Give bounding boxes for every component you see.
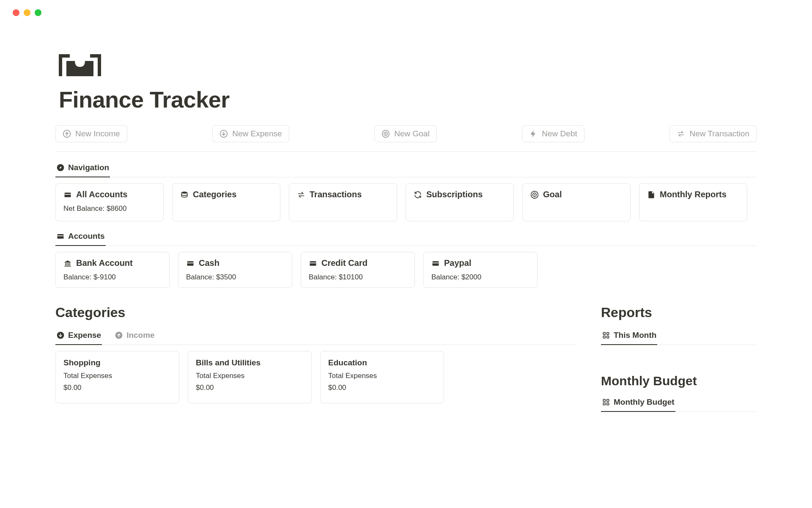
svg-rect-21 bbox=[68, 263, 69, 265]
svg-rect-25 bbox=[187, 262, 194, 263]
tab-expense[interactable]: Expense bbox=[55, 327, 102, 345]
card-icon bbox=[56, 232, 65, 240]
tab-label: Income bbox=[126, 331, 155, 340]
bolt-icon bbox=[529, 130, 538, 138]
new-transaction-button[interactable]: New Transaction bbox=[669, 125, 757, 142]
tab-accounts[interactable]: Accounts bbox=[55, 228, 106, 246]
category-card-education[interactable]: Education Total Expenses $0.00 bbox=[320, 351, 444, 403]
card-subtitle: Net Balance: $8600 bbox=[63, 204, 156, 213]
category-card-bills[interactable]: Bills and Utilities Total Expenses $0.00 bbox=[188, 351, 312, 403]
card-label: Categories bbox=[193, 190, 236, 199]
card-label: Credit Card bbox=[321, 258, 368, 268]
svg-rect-12 bbox=[65, 194, 71, 195]
card-icon bbox=[186, 259, 195, 268]
svg-rect-28 bbox=[433, 261, 439, 266]
card-label: Transactions bbox=[310, 190, 362, 199]
nav-card-transactions[interactable]: Transactions bbox=[289, 183, 397, 221]
svg-rect-22 bbox=[69, 263, 70, 265]
account-card-paypal[interactable]: Paypal Balance: $2000 bbox=[423, 252, 538, 288]
card-value: $0.00 bbox=[328, 384, 436, 392]
grid-icon bbox=[602, 398, 610, 406]
account-card-bank[interactable]: Bank Account Balance: $-9100 bbox=[55, 252, 170, 288]
svg-rect-33 bbox=[607, 332, 609, 334]
nav-card-goal[interactable]: Goal bbox=[522, 183, 631, 221]
new-income-button[interactable]: New Income bbox=[55, 125, 127, 142]
svg-rect-19 bbox=[65, 263, 66, 265]
minimize-window-icon[interactable] bbox=[24, 9, 30, 16]
nav-card-all-accounts[interactable]: All Accounts Net Balance: $8600 bbox=[55, 183, 164, 221]
target-icon bbox=[381, 130, 390, 138]
svg-rect-38 bbox=[603, 403, 605, 405]
swap-icon bbox=[677, 130, 685, 138]
navigation-cards: All Accounts Net Balance: $8600 Categori… bbox=[55, 183, 757, 221]
tab-income[interactable]: Income bbox=[114, 327, 156, 345]
reports-tabs: This Month bbox=[601, 327, 757, 345]
document-icon bbox=[647, 190, 656, 199]
card-subtitle: Balance: $10100 bbox=[309, 273, 407, 282]
new-expense-button[interactable]: New Expense bbox=[212, 125, 289, 142]
svg-rect-27 bbox=[310, 262, 316, 263]
tab-label: Accounts bbox=[68, 232, 105, 241]
tab-label: Navigation bbox=[68, 163, 109, 172]
swap-icon bbox=[297, 190, 305, 199]
svg-rect-35 bbox=[607, 336, 609, 338]
page-icon bbox=[55, 54, 757, 76]
nav-card-categories[interactable]: Categories bbox=[172, 183, 280, 221]
maximize-window-icon[interactable] bbox=[35, 9, 41, 16]
navigation-tabs: Navigation bbox=[55, 160, 757, 177]
arrow-down-circle-icon bbox=[56, 331, 65, 340]
svg-rect-36 bbox=[603, 399, 605, 401]
svg-rect-26 bbox=[310, 261, 316, 266]
account-cards: Bank Account Balance: $-9100 Cash Balanc… bbox=[55, 252, 757, 288]
svg-rect-11 bbox=[65, 193, 71, 197]
accounts-tabs: Accounts bbox=[55, 228, 757, 246]
new-debt-button[interactable]: New Debt bbox=[522, 125, 584, 142]
categories-tabs: Expense Income bbox=[55, 327, 576, 345]
card-label: Bank Account bbox=[76, 258, 133, 268]
label: New Income bbox=[75, 129, 120, 138]
arrow-down-circle-icon bbox=[219, 130, 228, 138]
label: New Transaction bbox=[689, 129, 749, 138]
card-icon bbox=[431, 259, 440, 268]
account-card-cash[interactable]: Cash Balance: $3500 bbox=[178, 252, 292, 288]
tab-label: Expense bbox=[68, 331, 101, 340]
page-title: Finance Tracker bbox=[55, 86, 757, 113]
card-label: Bills and Utilities bbox=[196, 358, 261, 367]
label: New Goal bbox=[394, 129, 429, 138]
card-line1: Total Expenses bbox=[63, 372, 171, 380]
monthly-budget-heading: Monthly Budget bbox=[601, 374, 757, 388]
nav-card-monthly-reports[interactable]: Monthly Reports bbox=[639, 183, 747, 221]
card-line1: Total Expenses bbox=[328, 372, 436, 380]
svg-rect-17 bbox=[58, 234, 64, 239]
account-card-credit[interactable]: Credit Card Balance: $10100 bbox=[301, 252, 415, 288]
tab-monthly-budget[interactable]: Monthly Budget bbox=[601, 394, 675, 412]
new-goal-button[interactable]: New Goal bbox=[374, 125, 436, 142]
arrow-up-circle-icon bbox=[115, 331, 123, 340]
cash-tray-icon bbox=[59, 54, 101, 76]
svg-rect-37 bbox=[607, 399, 609, 401]
card-label: Cash bbox=[199, 258, 219, 268]
svg-rect-34 bbox=[603, 336, 605, 338]
refresh-icon bbox=[414, 190, 422, 199]
svg-rect-39 bbox=[607, 403, 609, 405]
card-label: All Accounts bbox=[76, 190, 128, 199]
tab-label: Monthly Budget bbox=[614, 398, 675, 407]
budget-tabs: Monthly Budget bbox=[601, 394, 757, 412]
tab-navigation[interactable]: Navigation bbox=[55, 160, 110, 177]
svg-point-13 bbox=[181, 191, 187, 193]
svg-rect-2 bbox=[59, 54, 70, 58]
card-label: Education bbox=[328, 358, 367, 367]
svg-point-16 bbox=[534, 194, 535, 195]
target-icon bbox=[530, 190, 539, 199]
card-subtitle: Balance: $2000 bbox=[431, 273, 529, 282]
label: New Expense bbox=[232, 129, 282, 138]
window-controls bbox=[0, 0, 812, 16]
label: New Debt bbox=[542, 129, 577, 138]
svg-rect-18 bbox=[58, 235, 64, 236]
close-window-icon[interactable] bbox=[13, 9, 19, 16]
category-card-shopping[interactable]: Shopping Total Expenses $0.00 bbox=[55, 351, 179, 403]
card-value: $0.00 bbox=[196, 384, 304, 392]
svg-rect-23 bbox=[65, 265, 71, 266]
nav-card-subscriptions[interactable]: Subscriptions bbox=[406, 183, 514, 221]
tab-this-month[interactable]: This Month bbox=[601, 327, 657, 345]
